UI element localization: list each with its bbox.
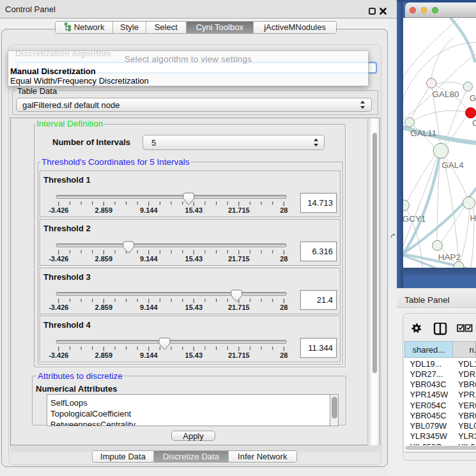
svg-text:15.43: 15.43 (185, 206, 203, 214)
svg-text:GA: GA (470, 93, 476, 103)
svg-text:21.715: 21.715 (228, 254, 250, 262)
svg-text:15.43: 15.43 (185, 303, 203, 311)
svg-text:GAL4: GAL4 (441, 160, 464, 170)
svg-text:9.144: 9.144 (140, 351, 158, 359)
svg-text:-3.426: -3.426 (49, 351, 68, 359)
svg-text:9.144: 9.144 (140, 254, 158, 262)
svg-text:28: 28 (280, 206, 288, 214)
svg-text:21.715: 21.715 (228, 303, 250, 311)
svg-text:HAP2: HAP2 (438, 252, 461, 262)
svg-text:H: H (470, 213, 476, 223)
svg-text:GAL11: GAL11 (410, 128, 436, 138)
svg-text:2.859: 2.859 (95, 254, 113, 262)
svg-text:28: 28 (280, 351, 288, 359)
svg-text:-3.426: -3.426 (49, 303, 68, 311)
svg-text:2.859: 2.859 (95, 351, 113, 359)
svg-text:28: 28 (280, 303, 288, 311)
svg-text:-3.426: -3.426 (49, 206, 68, 214)
svg-text:-3.426: -3.426 (49, 254, 68, 262)
svg-text:15.43: 15.43 (185, 254, 203, 262)
svg-text:C: C (472, 118, 476, 128)
svg-text:9.144: 9.144 (140, 303, 158, 311)
svg-text:21.715: 21.715 (228, 351, 250, 359)
svg-text:15.43: 15.43 (185, 351, 203, 359)
svg-text:2.859: 2.859 (95, 303, 113, 311)
svg-text:2.859: 2.859 (95, 206, 113, 214)
svg-text:28: 28 (280, 254, 288, 262)
svg-text:9.144: 9.144 (140, 206, 158, 214)
svg-text:21.715: 21.715 (228, 206, 250, 214)
svg-text:GCY1: GCY1 (403, 214, 426, 224)
svg-text:GAL80: GAL80 (432, 89, 459, 99)
